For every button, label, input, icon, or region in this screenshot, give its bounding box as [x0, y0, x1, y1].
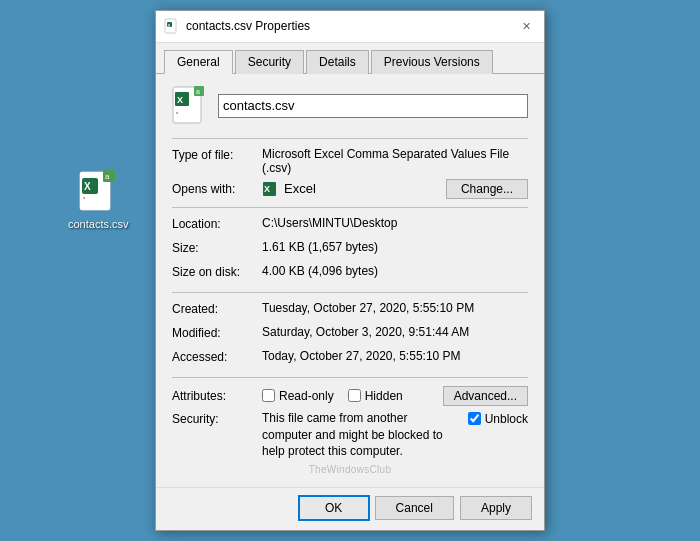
close-button[interactable]: ✕: [516, 16, 536, 36]
security-text: This file came from another computer and…: [262, 410, 460, 460]
file-name-row: X a a: [172, 86, 528, 126]
svg-text:X: X: [177, 95, 183, 105]
accessed-value: Today, October 27, 2020, 5:55:10 PM: [262, 349, 528, 363]
advanced-button[interactable]: Advanced...: [443, 386, 528, 406]
properties-dialog: X contacts.csv Properties ✕ General Secu…: [155, 10, 545, 531]
svg-text:a: a: [196, 88, 200, 95]
file-icon-large: X a a: [172, 86, 208, 126]
size-on-disk-value: 4.00 KB (4,096 bytes): [262, 264, 528, 278]
file-icon-desktop: X a a: [78, 170, 118, 214]
attributes-row: Attributes: Read-only Hidden Advanced...: [172, 386, 528, 406]
unblock-checkbox[interactable]: [468, 412, 481, 425]
readonly-checkbox[interactable]: [262, 389, 275, 402]
opens-with-value: X Excel: [262, 181, 446, 197]
tabs-bar: General Security Details Previous Versio…: [156, 43, 544, 74]
created-label: Created:: [172, 301, 262, 316]
type-of-file-value: Microsoft Excel Comma Separated Values F…: [262, 147, 528, 175]
divider-4: [172, 377, 528, 378]
title-bar-controls: ✕: [516, 16, 536, 36]
created-value: Tuesday, October 27, 2020, 5:55:10 PM: [262, 301, 528, 315]
opens-with-label: Opens with:: [172, 182, 262, 196]
svg-text:X: X: [264, 184, 270, 194]
title-bar-icon: X: [164, 18, 180, 34]
type-of-file-label: Type of file:: [172, 147, 262, 162]
desktop-icon-label: contacts.csv: [68, 218, 129, 230]
location-value: C:\Users\MINTU\Desktop: [262, 216, 528, 230]
cancel-button[interactable]: Cancel: [375, 496, 454, 520]
apply-button[interactable]: Apply: [460, 496, 532, 520]
size-label: Size:: [172, 240, 262, 255]
svg-text:X: X: [84, 181, 91, 192]
bottom-buttons: OK Cancel Apply: [156, 487, 544, 530]
location-row: Location: C:\Users\MINTU\Desktop: [172, 216, 528, 236]
hidden-checkbox-label[interactable]: Hidden: [348, 389, 403, 403]
size-on-disk-label: Size on disk:: [172, 264, 262, 279]
svg-text:X: X: [168, 23, 171, 28]
location-label: Location:: [172, 216, 262, 231]
modified-label: Modified:: [172, 325, 262, 340]
size-row: Size: 1.61 KB (1,657 bytes): [172, 240, 528, 260]
svg-text:a: a: [105, 172, 110, 181]
security-content: This file came from another computer and…: [262, 410, 528, 460]
file-name-input[interactable]: [218, 94, 528, 118]
modified-value: Saturday, October 3, 2020, 9:51:44 AM: [262, 325, 528, 339]
security-label: Security:: [172, 410, 262, 426]
size-on-disk-row: Size on disk: 4.00 KB (4,096 bytes): [172, 264, 528, 284]
accessed-label: Accessed:: [172, 349, 262, 364]
attributes-label: Attributes:: [172, 388, 262, 403]
dialog-content: X a a Type of file: Microsoft Excel Comm…: [156, 74, 544, 487]
security-row: Security: This file came from another co…: [172, 410, 528, 460]
unblock-checkbox-label[interactable]: Unblock: [468, 410, 528, 426]
opens-with-app: Excel: [284, 181, 316, 196]
type-of-file-row: Type of file: Microsoft Excel Comma Sepa…: [172, 147, 528, 175]
divider-1: [172, 138, 528, 139]
desktop-icon[interactable]: X a a contacts.csv: [68, 170, 129, 230]
title-bar-title: contacts.csv Properties: [186, 19, 310, 33]
opens-with-row: Opens with: X Excel Change...: [172, 179, 528, 199]
divider-2: [172, 207, 528, 208]
hidden-label: Hidden: [365, 389, 403, 403]
excel-icon-small: X: [262, 181, 278, 197]
tab-details[interactable]: Details: [306, 50, 369, 74]
tab-security[interactable]: Security: [235, 50, 304, 74]
divider-3: [172, 292, 528, 293]
ok-button[interactable]: OK: [299, 496, 369, 520]
created-row: Created: Tuesday, October 27, 2020, 5:55…: [172, 301, 528, 321]
readonly-label: Read-only: [279, 389, 334, 403]
change-button[interactable]: Change...: [446, 179, 528, 199]
tab-general[interactable]: General: [164, 50, 233, 74]
tab-previous-versions[interactable]: Previous Versions: [371, 50, 493, 74]
unblock-label-text: Unblock: [485, 412, 528, 426]
modified-row: Modified: Saturday, October 3, 2020, 9:5…: [172, 325, 528, 345]
readonly-checkbox-label[interactable]: Read-only: [262, 389, 334, 403]
accessed-row: Accessed: Today, October 27, 2020, 5:55:…: [172, 349, 528, 369]
title-bar: X contacts.csv Properties ✕: [156, 11, 544, 43]
hidden-checkbox[interactable]: [348, 389, 361, 402]
watermark: TheWindowsClub: [172, 464, 528, 475]
size-value: 1.61 KB (1,657 bytes): [262, 240, 528, 254]
title-bar-left: X contacts.csv Properties: [164, 18, 310, 34]
